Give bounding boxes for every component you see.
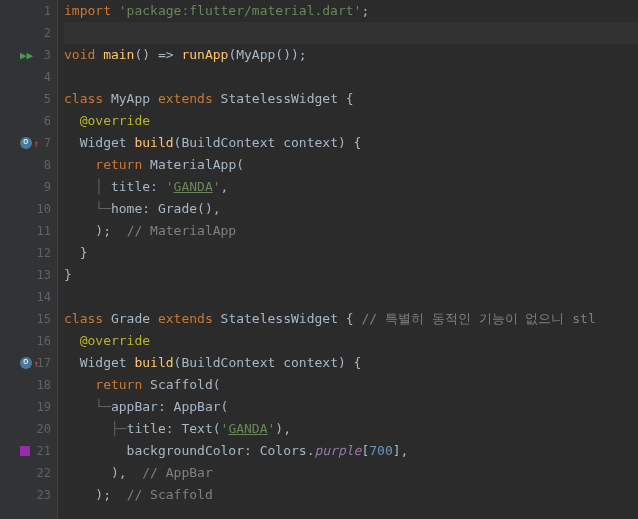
line-number: 12: [33, 246, 51, 260]
code-line[interactable]: }: [64, 242, 638, 264]
code-editor: 12▶▶3456↑78910111213141516↑1718192021222…: [0, 0, 638, 519]
gutter-row[interactable]: 4: [0, 66, 57, 88]
line-number: 6: [33, 114, 51, 128]
line-number: 21: [33, 444, 51, 458]
code-line[interactable]: ), // AppBar: [64, 462, 638, 484]
line-number: 11: [33, 224, 51, 238]
line-number: 2: [33, 26, 51, 40]
code-line[interactable]: └─home: Grade(),: [64, 198, 638, 220]
code-line[interactable]: backgroundColor: Colors.purple[700],: [64, 440, 638, 462]
gutter-row[interactable]: 8: [0, 154, 57, 176]
line-number: 19: [33, 400, 51, 414]
gutter-row[interactable]: 18: [0, 374, 57, 396]
line-number: 8: [33, 158, 51, 172]
code-line[interactable]: import 'package:flutter/material.dart';: [64, 0, 638, 22]
code-line[interactable]: [64, 66, 638, 88]
code-line[interactable]: ├─title: Text('GANDA'),: [64, 418, 638, 440]
gutter-row[interactable]: 16: [0, 330, 57, 352]
gutter-row[interactable]: 6: [0, 110, 57, 132]
code-line[interactable]: Widget build(BuildContext context) {: [64, 132, 638, 154]
gutter-row[interactable]: 20: [0, 418, 57, 440]
gutter-row[interactable]: 9: [0, 176, 57, 198]
line-number: 18: [33, 378, 51, 392]
gutter-row[interactable]: 13: [0, 264, 57, 286]
gutter-row[interactable]: 11: [0, 220, 57, 242]
gutter-row[interactable]: 1: [0, 0, 57, 22]
gutter-row[interactable]: 2: [0, 22, 57, 44]
code-line[interactable]: ); // MaterialApp: [64, 220, 638, 242]
gutter-row[interactable]: 21: [0, 440, 57, 462]
line-number: 15: [33, 312, 51, 326]
code-line[interactable]: [64, 22, 638, 44]
code-line[interactable]: void main() => runApp(MyApp());: [64, 44, 638, 66]
gutter-row[interactable]: 19: [0, 396, 57, 418]
code-line[interactable]: @override: [64, 330, 638, 352]
code-line[interactable]: Widget build(BuildContext context) {: [64, 352, 638, 374]
gutter-row[interactable]: 14: [0, 286, 57, 308]
code-line[interactable]: └─appBar: AppBar(: [64, 396, 638, 418]
line-number: 13: [33, 268, 51, 282]
code-line[interactable]: class Grade extends StatelessWidget { //…: [64, 308, 638, 330]
line-number: 23: [33, 488, 51, 502]
gutter: 12▶▶3456↑78910111213141516↑1718192021222…: [0, 0, 58, 519]
override-icon[interactable]: ↑: [20, 357, 39, 369]
gutter-row[interactable]: 10: [0, 198, 57, 220]
run-icon[interactable]: ▶▶: [20, 49, 33, 62]
line-number: 14: [33, 290, 51, 304]
code-line[interactable]: }: [64, 264, 638, 286]
override-icon[interactable]: ↑: [20, 137, 39, 149]
gutter-row[interactable]: ↑17: [0, 352, 57, 374]
gutter-row[interactable]: ▶▶3: [0, 44, 57, 66]
line-number: 3: [33, 48, 51, 62]
gutter-row[interactable]: 23: [0, 484, 57, 506]
code-line[interactable]: ); // Scaffold: [64, 484, 638, 506]
code-line[interactable]: @override: [64, 110, 638, 132]
code-line[interactable]: return Scaffold(: [64, 374, 638, 396]
line-number: 1: [33, 4, 51, 18]
gutter-row[interactable]: 5: [0, 88, 57, 110]
line-number: 22: [33, 466, 51, 480]
code-line[interactable]: class MyApp extends StatelessWidget {: [64, 88, 638, 110]
code-line[interactable]: │ title: 'GANDA',: [64, 176, 638, 198]
gutter-row[interactable]: 22: [0, 462, 57, 484]
line-number: 5: [33, 92, 51, 106]
code-area[interactable]: import 'package:flutter/material.dart';v…: [58, 0, 638, 519]
gutter-row[interactable]: 12: [0, 242, 57, 264]
line-number: 9: [33, 180, 51, 194]
line-number: 20: [33, 422, 51, 436]
code-line[interactable]: [64, 286, 638, 308]
gutter-row[interactable]: ↑7: [0, 132, 57, 154]
color-swatch-icon[interactable]: [20, 446, 30, 456]
code-line[interactable]: return MaterialApp(: [64, 154, 638, 176]
line-number: 16: [33, 334, 51, 348]
gutter-row[interactable]: 15: [0, 308, 57, 330]
line-number: 10: [33, 202, 51, 216]
line-number: 4: [33, 70, 51, 84]
